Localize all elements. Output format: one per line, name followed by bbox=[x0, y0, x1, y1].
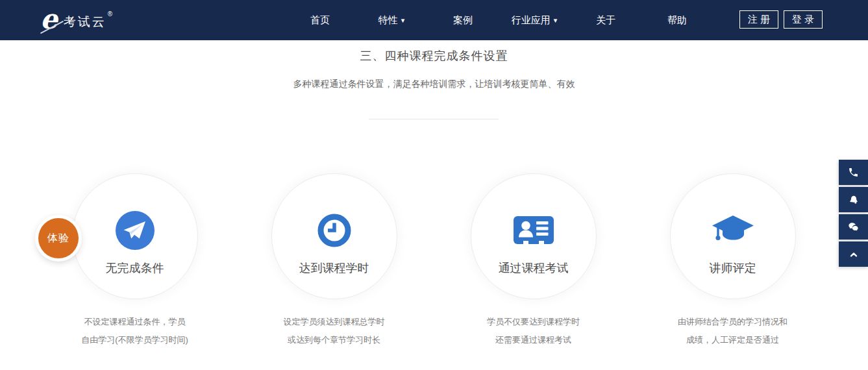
trial-badge[interactable]: 体验 bbox=[38, 218, 79, 258]
nav-label: 首页 bbox=[310, 14, 330, 27]
card-reach-course-hours: 达到课程学时 设定学员须达到课程总学时 或达到每个章节学习时长 bbox=[234, 173, 434, 349]
registered-mark: ® bbox=[108, 10, 112, 18]
caret-down-icon: ▾ bbox=[554, 17, 558, 24]
course-condition-cards: 无完成条件 不设定课程通过条件，学员 自由学习(不限学员学习时间) 达到课程学时… bbox=[35, 173, 832, 349]
card-instructor-evaluation: 讲师评定 由讲师结合学员的学习情况和 成绩，人工评定是否通过 bbox=[633, 173, 832, 349]
card-title: 无完成条件 bbox=[106, 260, 164, 276]
card-description-line: 还需要通过课程考试 bbox=[487, 331, 580, 349]
card-description-line: 由讲师结合学员的学习情况和 bbox=[678, 313, 787, 331]
card-circle[interactable]: 无完成条件 bbox=[72, 173, 198, 299]
nav-item-home[interactable]: 首页 bbox=[284, 0, 356, 40]
qq-icon bbox=[848, 194, 860, 206]
phone-icon bbox=[848, 167, 859, 178]
wechat-icon bbox=[847, 221, 860, 233]
nav-item-features[interactable]: 特性 ▾ bbox=[356, 0, 427, 40]
card-title: 达到课程学时 bbox=[299, 260, 369, 276]
card-pass-course-exam: 通过课程考试 学员不仅要达到课程学时 还需要通过课程考试 bbox=[434, 173, 633, 349]
card-title: 通过课程考试 bbox=[499, 260, 569, 276]
contact-phone-button[interactable] bbox=[839, 160, 868, 185]
nav-label: 行业应用 bbox=[512, 14, 551, 27]
card-description: 设定学员须达到课程总学时 或达到每个章节学习时长 bbox=[284, 313, 385, 349]
section-subtitle: 多种课程通过条件设置，满足各种培训需求，让培训考核更简单、有效 bbox=[0, 79, 868, 90]
card-description: 由讲师结合学员的学习情况和 成绩，人工评定是否通过 bbox=[678, 313, 787, 349]
card-description: 不设定课程通过条件，学员 自由学习(不限学员学习时间) bbox=[81, 313, 188, 349]
card-description-line: 或达到每个章节学习时长 bbox=[284, 331, 385, 349]
card-description-line: 成绩，人工评定是否通过 bbox=[678, 331, 787, 349]
nav-label: 案例 bbox=[453, 14, 473, 27]
card-description-line: 不设定课程通过条件，学员 bbox=[81, 313, 188, 331]
nav-label: 特性 bbox=[378, 14, 398, 27]
graduation-cap-icon bbox=[711, 209, 755, 252]
id-card-icon bbox=[513, 209, 554, 252]
card-no-completion-condition: 无完成条件 不设定课程通过条件，学员 自由学习(不限学员学习时间) bbox=[35, 173, 234, 349]
trial-badge-label: 体验 bbox=[47, 232, 69, 245]
brand-logo[interactable]: e 考试云 ® bbox=[40, 5, 112, 34]
top-navbar: e 考试云 ® 首页 特性 ▾ 案例 行业应用 ▾ 关于 帮助 注 册 登 录 bbox=[0, 0, 868, 40]
floating-contact-toolbar bbox=[839, 160, 868, 267]
back-to-top-button[interactable] bbox=[839, 241, 868, 267]
nav-item-industry-apps[interactable]: 行业应用 ▾ bbox=[499, 0, 570, 40]
nav-label: 关于 bbox=[596, 14, 615, 27]
card-description: 学员不仅要达到课程学时 还需要通过课程考试 bbox=[487, 313, 580, 349]
card-description-line: 学员不仅要达到课程学时 bbox=[487, 313, 580, 331]
register-button[interactable]: 注 册 bbox=[739, 10, 778, 29]
section-divider bbox=[369, 119, 499, 119]
card-circle[interactable]: 讲师评定 bbox=[670, 173, 796, 299]
login-button[interactable]: 登 录 bbox=[784, 10, 823, 29]
card-description-line: 自由学习(不限学员学习时间) bbox=[81, 331, 188, 349]
brand-logo-e-icon: e bbox=[40, 5, 58, 34]
paper-plane-icon bbox=[116, 209, 155, 252]
contact-qq-button[interactable] bbox=[839, 187, 868, 212]
caret-down-icon: ▾ bbox=[401, 17, 405, 24]
brand-name: 考试云 bbox=[64, 14, 106, 31]
section-title: 三、四种课程完成条件设置 bbox=[0, 48, 868, 64]
main-nav: 首页 特性 ▾ 案例 行业应用 ▾ 关于 帮助 bbox=[284, 0, 713, 40]
auth-buttons: 注 册 登 录 bbox=[739, 10, 823, 29]
clock-icon bbox=[317, 209, 351, 252]
nav-item-help[interactable]: 帮助 bbox=[641, 0, 713, 40]
nav-item-about[interactable]: 关于 bbox=[570, 0, 641, 40]
card-circle[interactable]: 达到课程学时 bbox=[271, 173, 397, 299]
nav-item-cases[interactable]: 案例 bbox=[427, 0, 499, 40]
contact-wechat-button[interactable] bbox=[839, 214, 868, 240]
card-title: 讲师评定 bbox=[710, 260, 756, 276]
nav-label: 帮助 bbox=[667, 14, 687, 27]
chevron-up-icon bbox=[849, 249, 859, 260]
card-description-line: 设定学员须达到课程总学时 bbox=[284, 313, 385, 331]
card-circle[interactable]: 通过课程考试 bbox=[471, 173, 597, 299]
